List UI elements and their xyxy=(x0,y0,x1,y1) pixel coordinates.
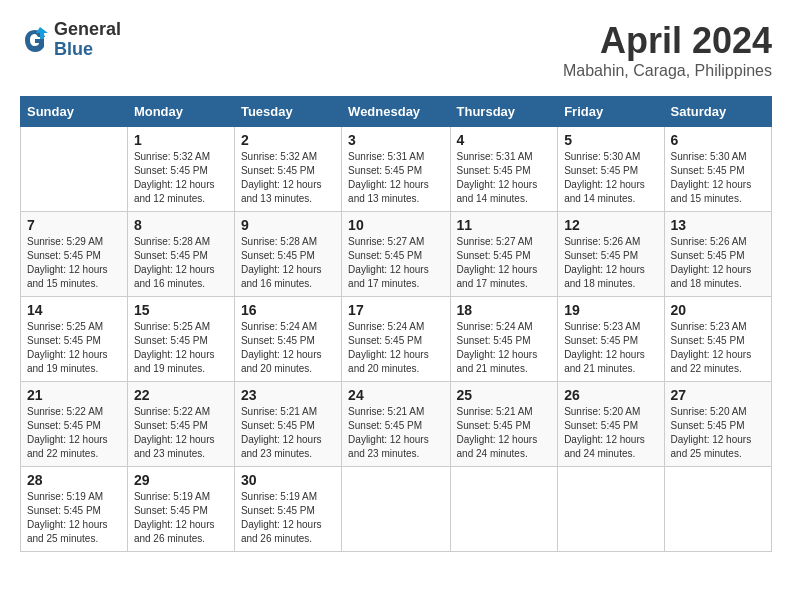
day-info: Sunrise: 5:28 AM Sunset: 5:45 PM Dayligh… xyxy=(241,235,335,291)
day-cell: 3Sunrise: 5:31 AM Sunset: 5:45 PM Daylig… xyxy=(342,127,450,212)
day-cell: 4Sunrise: 5:31 AM Sunset: 5:45 PM Daylig… xyxy=(450,127,558,212)
header-cell-wednesday: Wednesday xyxy=(342,97,450,127)
day-cell: 14Sunrise: 5:25 AM Sunset: 5:45 PM Dayli… xyxy=(21,297,128,382)
day-cell: 13Sunrise: 5:26 AM Sunset: 5:45 PM Dayli… xyxy=(664,212,771,297)
day-info: Sunrise: 5:24 AM Sunset: 5:45 PM Dayligh… xyxy=(457,320,552,376)
day-number: 15 xyxy=(134,302,228,318)
day-number: 27 xyxy=(671,387,765,403)
day-cell: 9Sunrise: 5:28 AM Sunset: 5:45 PM Daylig… xyxy=(234,212,341,297)
day-cell: 17Sunrise: 5:24 AM Sunset: 5:45 PM Dayli… xyxy=(342,297,450,382)
day-cell: 1Sunrise: 5:32 AM Sunset: 5:45 PM Daylig… xyxy=(127,127,234,212)
day-cell xyxy=(664,467,771,552)
logo-icon xyxy=(20,25,50,55)
day-cell: 19Sunrise: 5:23 AM Sunset: 5:45 PM Dayli… xyxy=(558,297,664,382)
day-cell xyxy=(21,127,128,212)
calendar-subtitle: Mabahin, Caraga, Philippines xyxy=(563,62,772,80)
day-number: 4 xyxy=(457,132,552,148)
day-info: Sunrise: 5:31 AM Sunset: 5:45 PM Dayligh… xyxy=(348,150,443,206)
header-cell-saturday: Saturday xyxy=(664,97,771,127)
header-cell-monday: Monday xyxy=(127,97,234,127)
header-row: SundayMondayTuesdayWednesdayThursdayFrid… xyxy=(21,97,772,127)
day-cell xyxy=(450,467,558,552)
day-cell: 30Sunrise: 5:19 AM Sunset: 5:45 PM Dayli… xyxy=(234,467,341,552)
day-cell: 2Sunrise: 5:32 AM Sunset: 5:45 PM Daylig… xyxy=(234,127,341,212)
day-cell: 11Sunrise: 5:27 AM Sunset: 5:45 PM Dayli… xyxy=(450,212,558,297)
day-cell: 21Sunrise: 5:22 AM Sunset: 5:45 PM Dayli… xyxy=(21,382,128,467)
day-info: Sunrise: 5:27 AM Sunset: 5:45 PM Dayligh… xyxy=(457,235,552,291)
day-cell: 20Sunrise: 5:23 AM Sunset: 5:45 PM Dayli… xyxy=(664,297,771,382)
day-info: Sunrise: 5:29 AM Sunset: 5:45 PM Dayligh… xyxy=(27,235,121,291)
day-info: Sunrise: 5:31 AM Sunset: 5:45 PM Dayligh… xyxy=(457,150,552,206)
day-number: 3 xyxy=(348,132,443,148)
day-cell: 7Sunrise: 5:29 AM Sunset: 5:45 PM Daylig… xyxy=(21,212,128,297)
day-info: Sunrise: 5:21 AM Sunset: 5:45 PM Dayligh… xyxy=(348,405,443,461)
day-number: 23 xyxy=(241,387,335,403)
day-info: Sunrise: 5:20 AM Sunset: 5:45 PM Dayligh… xyxy=(671,405,765,461)
day-cell: 8Sunrise: 5:28 AM Sunset: 5:45 PM Daylig… xyxy=(127,212,234,297)
day-number: 28 xyxy=(27,472,121,488)
day-number: 1 xyxy=(134,132,228,148)
day-cell: 23Sunrise: 5:21 AM Sunset: 5:45 PM Dayli… xyxy=(234,382,341,467)
day-cell: 5Sunrise: 5:30 AM Sunset: 5:45 PM Daylig… xyxy=(558,127,664,212)
day-number: 7 xyxy=(27,217,121,233)
day-number: 25 xyxy=(457,387,552,403)
day-info: Sunrise: 5:19 AM Sunset: 5:45 PM Dayligh… xyxy=(134,490,228,546)
day-info: Sunrise: 5:26 AM Sunset: 5:45 PM Dayligh… xyxy=(671,235,765,291)
logo-general-text: General xyxy=(54,20,121,40)
day-info: Sunrise: 5:21 AM Sunset: 5:45 PM Dayligh… xyxy=(457,405,552,461)
day-info: Sunrise: 5:25 AM Sunset: 5:45 PM Dayligh… xyxy=(27,320,121,376)
week-row-1: 7Sunrise: 5:29 AM Sunset: 5:45 PM Daylig… xyxy=(21,212,772,297)
day-number: 16 xyxy=(241,302,335,318)
day-info: Sunrise: 5:19 AM Sunset: 5:45 PM Dayligh… xyxy=(27,490,121,546)
week-row-3: 21Sunrise: 5:22 AM Sunset: 5:45 PM Dayli… xyxy=(21,382,772,467)
day-info: Sunrise: 5:28 AM Sunset: 5:45 PM Dayligh… xyxy=(134,235,228,291)
day-info: Sunrise: 5:23 AM Sunset: 5:45 PM Dayligh… xyxy=(671,320,765,376)
day-number: 20 xyxy=(671,302,765,318)
day-info: Sunrise: 5:30 AM Sunset: 5:45 PM Dayligh… xyxy=(564,150,657,206)
day-info: Sunrise: 5:23 AM Sunset: 5:45 PM Dayligh… xyxy=(564,320,657,376)
day-info: Sunrise: 5:25 AM Sunset: 5:45 PM Dayligh… xyxy=(134,320,228,376)
day-info: Sunrise: 5:21 AM Sunset: 5:45 PM Dayligh… xyxy=(241,405,335,461)
logo-text: General Blue xyxy=(54,20,121,60)
day-cell xyxy=(558,467,664,552)
day-number: 12 xyxy=(564,217,657,233)
day-info: Sunrise: 5:32 AM Sunset: 5:45 PM Dayligh… xyxy=(134,150,228,206)
day-number: 2 xyxy=(241,132,335,148)
day-number: 13 xyxy=(671,217,765,233)
day-info: Sunrise: 5:24 AM Sunset: 5:45 PM Dayligh… xyxy=(241,320,335,376)
title-area: April 2024 Mabahin, Caraga, Philippines xyxy=(563,20,772,80)
day-info: Sunrise: 5:22 AM Sunset: 5:45 PM Dayligh… xyxy=(27,405,121,461)
logo-blue-text: Blue xyxy=(54,40,121,60)
day-number: 29 xyxy=(134,472,228,488)
day-info: Sunrise: 5:19 AM Sunset: 5:45 PM Dayligh… xyxy=(241,490,335,546)
day-number: 5 xyxy=(564,132,657,148)
day-number: 14 xyxy=(27,302,121,318)
day-cell: 18Sunrise: 5:24 AM Sunset: 5:45 PM Dayli… xyxy=(450,297,558,382)
header-cell-tuesday: Tuesday xyxy=(234,97,341,127)
day-number: 17 xyxy=(348,302,443,318)
day-cell: 12Sunrise: 5:26 AM Sunset: 5:45 PM Dayli… xyxy=(558,212,664,297)
week-row-4: 28Sunrise: 5:19 AM Sunset: 5:45 PM Dayli… xyxy=(21,467,772,552)
day-number: 9 xyxy=(241,217,335,233)
header-cell-thursday: Thursday xyxy=(450,97,558,127)
day-info: Sunrise: 5:32 AM Sunset: 5:45 PM Dayligh… xyxy=(241,150,335,206)
day-info: Sunrise: 5:30 AM Sunset: 5:45 PM Dayligh… xyxy=(671,150,765,206)
day-cell: 22Sunrise: 5:22 AM Sunset: 5:45 PM Dayli… xyxy=(127,382,234,467)
logo: General Blue xyxy=(20,20,121,60)
day-cell: 28Sunrise: 5:19 AM Sunset: 5:45 PM Dayli… xyxy=(21,467,128,552)
day-number: 11 xyxy=(457,217,552,233)
header-cell-sunday: Sunday xyxy=(21,97,128,127)
day-cell: 10Sunrise: 5:27 AM Sunset: 5:45 PM Dayli… xyxy=(342,212,450,297)
day-number: 24 xyxy=(348,387,443,403)
day-cell: 6Sunrise: 5:30 AM Sunset: 5:45 PM Daylig… xyxy=(664,127,771,212)
day-cell: 24Sunrise: 5:21 AM Sunset: 5:45 PM Dayli… xyxy=(342,382,450,467)
day-number: 18 xyxy=(457,302,552,318)
day-info: Sunrise: 5:24 AM Sunset: 5:45 PM Dayligh… xyxy=(348,320,443,376)
week-row-2: 14Sunrise: 5:25 AM Sunset: 5:45 PM Dayli… xyxy=(21,297,772,382)
day-number: 19 xyxy=(564,302,657,318)
day-cell: 26Sunrise: 5:20 AM Sunset: 5:45 PM Dayli… xyxy=(558,382,664,467)
day-number: 26 xyxy=(564,387,657,403)
calendar-title: April 2024 xyxy=(563,20,772,62)
header: General Blue April 2024 Mabahin, Caraga,… xyxy=(20,20,772,80)
week-row-0: 1Sunrise: 5:32 AM Sunset: 5:45 PM Daylig… xyxy=(21,127,772,212)
